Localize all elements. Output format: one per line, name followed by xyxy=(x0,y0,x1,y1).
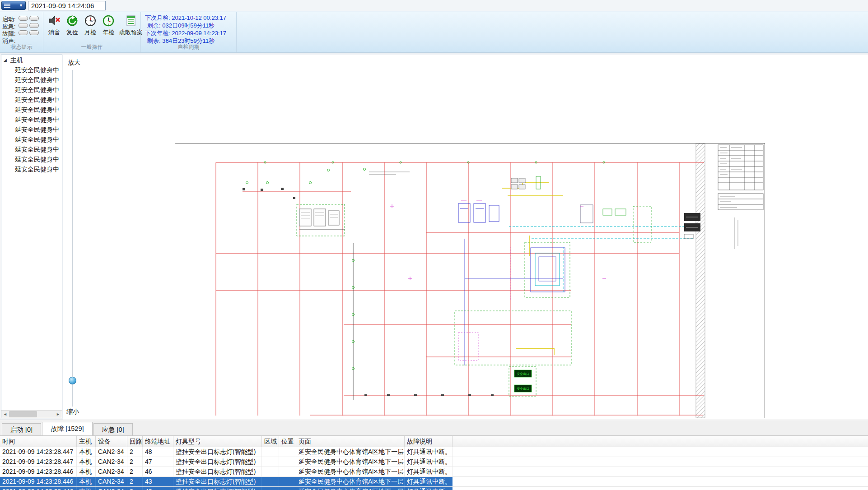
cell-loop: 2 xyxy=(127,447,143,457)
cell-area xyxy=(262,447,279,457)
cell-page: 延安全民健身中心体育馆A区地下一层 xyxy=(296,477,405,486)
cell-host: 本机 xyxy=(77,477,96,486)
svg-text:安全出口: 安全出口 xyxy=(517,387,529,391)
col-page[interactable]: 页面 xyxy=(296,436,405,447)
evacuation-plan-button[interactable]: 疏散预案 xyxy=(117,14,145,37)
svg-text:安全出口: 安全出口 xyxy=(517,372,529,376)
monthly-check-button-label: 月检 xyxy=(84,28,96,37)
event-panel: 启动 [0] 故障 [1529] 应急 [0] 时间 主机 设备 回路 终端地址… xyxy=(0,420,868,490)
cell-loop: 2 xyxy=(127,457,143,467)
monthly-check-button[interactable]: 月检 xyxy=(81,14,99,37)
reset-icon xyxy=(65,14,79,28)
scrollbar-thumb[interactable] xyxy=(9,411,37,417)
tab-fault[interactable]: 故障 [1529] xyxy=(42,422,92,435)
title-bar: ▼ 2021-09-09 14:24:06 xyxy=(0,0,868,11)
cell-loop: 2 xyxy=(127,477,143,486)
col-terminal-address[interactable]: 终端地址 xyxy=(143,436,173,447)
col-time[interactable]: 时间 xyxy=(0,436,77,447)
tree-item[interactable]: 延安全民健身中 xyxy=(1,95,62,105)
tree-item[interactable]: 延安全民健身中 xyxy=(1,65,62,75)
selfcheck-group: 下次月检: 2021-10-12 00:23:17 剩余: 032日09时59分… xyxy=(141,12,237,52)
cell-fault: 灯具通讯中断。 xyxy=(405,477,453,486)
col-lamp-model[interactable]: 灯具型号 xyxy=(173,436,262,447)
tree-item[interactable]: 延安全民健身中 xyxy=(1,134,62,144)
tab-start[interactable]: 启动 [0] xyxy=(2,423,41,435)
cell-area xyxy=(262,467,279,476)
col-position[interactable]: 位置 xyxy=(279,436,296,447)
evacuation-plan-button-label: 疏散预案 xyxy=(119,28,143,37)
tree-item[interactable]: 延安全民健身中 xyxy=(1,115,62,125)
status-indicator xyxy=(29,30,39,35)
col-host[interactable]: 主机 xyxy=(77,436,96,447)
fault-table-body: 2021-09-09 14:23:28.447本机CAN2-34248壁挂安全出… xyxy=(0,447,868,490)
status-row-emergency: 应急: xyxy=(2,23,16,29)
col-device[interactable]: 设备 xyxy=(96,436,127,447)
fault-row[interactable]: 2021-09-09 14:23:28.446本机CAN2-34243壁挂安全出… xyxy=(0,477,868,487)
cell-host: 本机 xyxy=(77,487,96,490)
tree-item[interactable]: 延安全民健身中 xyxy=(1,105,62,115)
next-monthly-check-text: 下次月检: 2021-10-12 00:23:17 xyxy=(145,14,226,22)
col-area[interactable]: 区域 xyxy=(262,436,279,447)
cell-model: 壁挂安全出口标志灯(智能型) xyxy=(173,467,262,476)
col-filler xyxy=(453,436,868,447)
cell-position xyxy=(279,487,296,490)
tree-item[interactable]: 延安全民健身中 xyxy=(1,125,62,134)
scroll-left-icon[interactable]: ◄ xyxy=(1,411,9,418)
reset-button[interactable]: 复位 xyxy=(63,14,81,37)
col-loop[interactable]: 回路 xyxy=(127,436,143,447)
cell-model: 壁挂安全出口标志灯(智能型) xyxy=(173,447,262,457)
col-fault-description[interactable]: 故障说明 xyxy=(405,436,453,447)
plan-canvas[interactable]: 放大 缩小 xyxy=(63,55,868,420)
clock-display: 2021-09-09 14:24:06 xyxy=(28,1,106,10)
cell-device: CAN2-34 xyxy=(96,447,127,457)
fault-row[interactable]: 2021-09-09 14:23:28.447本机CAN2-34248壁挂安全出… xyxy=(0,447,868,457)
annual-check-button-label: 年检 xyxy=(103,28,114,37)
fault-table-header: 时间 主机 设备 回路 终端地址 灯具型号 区域 位置 页面 故障说明 xyxy=(0,435,868,447)
fault-row[interactable]: 2021-09-09 14:23:28.447本机CAN2-34247壁挂安全出… xyxy=(0,457,868,467)
cell-filler xyxy=(453,487,868,490)
expander-icon[interactable]: ◢ xyxy=(4,55,7,65)
cell-filler xyxy=(453,447,868,457)
cell-position xyxy=(279,477,296,486)
tree-root-host[interactable]: ◢ 主机 xyxy=(1,55,62,65)
cell-time: 2021-09-09 14:23:28.447 xyxy=(0,457,77,467)
status-row-fault: 故障: xyxy=(2,30,16,37)
evacuation-plan-icon xyxy=(124,14,138,28)
cell-position xyxy=(279,457,296,467)
app-menu-button[interactable]: ▼ xyxy=(1,1,26,10)
cell-position xyxy=(279,467,296,476)
group-label-actions: 一般操作 xyxy=(43,43,140,51)
cell-area xyxy=(262,487,279,490)
zoom-out-label[interactable]: 缩小 xyxy=(66,408,79,416)
tree-item[interactable]: 延安全民健身中 xyxy=(1,85,62,95)
status-indicator xyxy=(19,30,28,35)
zoom-in-label[interactable]: 放大 xyxy=(68,59,80,67)
tree-horizontal-scrollbar[interactable]: ◄ ► xyxy=(1,410,62,418)
tree-item[interactable]: 延安全民健身中 xyxy=(1,75,62,85)
fault-row[interactable]: 2021-09-09 14:23:28.446本机CAN2-34246壁挂安全出… xyxy=(0,467,868,477)
zoom-slider-track[interactable] xyxy=(72,70,73,407)
cell-model: 壁挂安全出口标志灯(智能型) xyxy=(173,487,262,490)
fault-row[interactable]: 2021-09-09 14:23:28.446本机CAN2-34242壁挂安全出… xyxy=(0,487,868,490)
cell-page: 延安全民健身中心体育馆A区地下一层 xyxy=(296,457,405,467)
status-indicator xyxy=(19,23,28,28)
status-row-silence: 消声: xyxy=(2,37,16,44)
cell-terminal: 48 xyxy=(143,447,173,457)
zoom-slider-thumb[interactable] xyxy=(69,377,76,384)
mute-button-label: 消音 xyxy=(48,28,60,37)
cell-filler xyxy=(453,457,868,467)
status-indicator xyxy=(19,16,28,21)
tree-item[interactable]: 延安全民健身中 xyxy=(1,154,62,164)
cell-model: 壁挂安全出口标志灯(智能型) xyxy=(173,457,262,467)
cell-host: 本机 xyxy=(77,447,96,457)
scroll-right-icon[interactable]: ► xyxy=(54,411,62,418)
tree-item[interactable]: 延安全民健身中 xyxy=(1,144,62,154)
status-row-start: 启动: xyxy=(2,15,16,22)
tree-item[interactable]: 延安全民健身中 xyxy=(1,164,62,174)
status-label-emergency: 应急: xyxy=(2,23,16,30)
status-group: 启动: 应急: 故障: 消声: 状态提示 xyxy=(0,12,43,52)
mute-button[interactable]: 消音 xyxy=(45,14,63,37)
status-label-start: 启动: xyxy=(2,16,16,23)
annual-check-button[interactable]: 年检 xyxy=(99,14,117,37)
tab-emergency[interactable]: 应急 [0] xyxy=(93,423,133,435)
